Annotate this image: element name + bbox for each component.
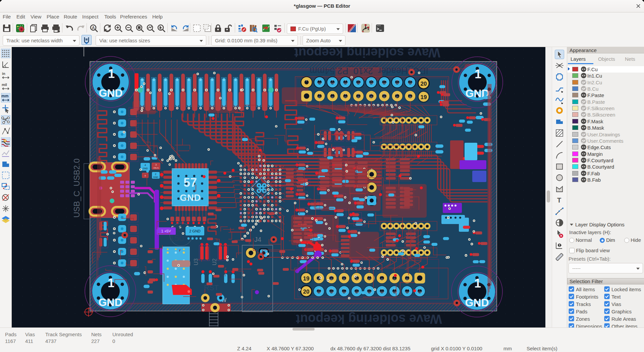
svg-text:U3: U3 bbox=[193, 258, 199, 265]
svg-text:GND: GND bbox=[369, 82, 374, 84]
svg-text:4: 4 bbox=[407, 288, 408, 291]
svg-text:13: 13 bbox=[370, 93, 373, 95]
svg-text:USB_C_USB2.0: USB_C_USB2.0 bbox=[72, 159, 81, 218]
svg-text:mil: mil bbox=[2, 83, 7, 87]
svg-text:4: 4 bbox=[145, 164, 146, 167]
svg-text:11: 11 bbox=[357, 93, 360, 95]
svg-text:1: 1 bbox=[108, 276, 114, 290]
svg-text:mm: mm bbox=[1, 94, 8, 98]
svg-text:15: 15 bbox=[383, 93, 386, 95]
svg-text:2: 2 bbox=[419, 288, 420, 291]
svg-text:GND: GND bbox=[342, 291, 346, 293]
svg-text:3: 3 bbox=[407, 275, 408, 277]
svg-text:15: 15 bbox=[330, 275, 333, 277]
svg-text:2: 2 bbox=[306, 79, 307, 82]
svg-text:Z5: Z5 bbox=[370, 96, 373, 98]
svg-text:GND: GND bbox=[408, 82, 413, 84]
svg-text:GND: GND bbox=[98, 296, 122, 308]
svg-text:U2: U2 bbox=[212, 258, 217, 265]
svg-text:14: 14 bbox=[383, 79, 386, 82]
svg-text:17: 17 bbox=[396, 93, 398, 95]
svg-text:GND: GND bbox=[382, 82, 387, 84]
svg-text:A: A bbox=[92, 26, 95, 30]
svg-text:Z0: Z0 bbox=[406, 278, 409, 280]
svg-text:8: 8 bbox=[345, 79, 346, 82]
svg-text:Z2: Z2 bbox=[331, 96, 334, 98]
svg-text:Wave soldering keepout: Wave soldering keepout bbox=[294, 47, 440, 60]
svg-text:Z7: Z7 bbox=[396, 96, 399, 98]
svg-text:GND: GND bbox=[330, 82, 335, 84]
svg-text:7: 7 bbox=[332, 93, 333, 95]
svg-text:2: 2 bbox=[155, 173, 157, 176]
svg-text:12: 12 bbox=[370, 79, 373, 82]
svg-text:19: 19 bbox=[421, 94, 427, 100]
svg-text:20: 20 bbox=[303, 289, 310, 295]
svg-text:J4: J4 bbox=[254, 236, 261, 243]
svg-text:18: 18 bbox=[409, 79, 412, 82]
svg-text:GND: GND bbox=[317, 82, 322, 84]
svg-text:Z8: Z8 bbox=[409, 96, 412, 98]
svg-text:16: 16 bbox=[330, 288, 333, 291]
svg-text:VBUS: VBUS bbox=[153, 167, 159, 169]
svg-text:Z1: Z1 bbox=[318, 96, 321, 98]
svg-text:20: 20 bbox=[421, 81, 427, 87]
svg-text:Z4: Z4 bbox=[356, 278, 358, 280]
svg-text:1: 1 bbox=[475, 67, 481, 81]
svg-text:GND: GND bbox=[380, 291, 384, 293]
svg-text:GND: GND bbox=[143, 167, 148, 170]
svg-text:GND: GND bbox=[355, 291, 359, 293]
svg-text:Z5: Z5 bbox=[343, 278, 345, 280]
svg-text:8: 8 bbox=[381, 288, 383, 291]
svg-text:Z6: Z6 bbox=[330, 278, 333, 280]
svg-text:19: 19 bbox=[409, 93, 412, 95]
svg-text:Z4: Z4 bbox=[357, 96, 360, 98]
svg-text:10: 10 bbox=[368, 288, 371, 291]
svg-text:GND: GND bbox=[395, 82, 400, 84]
svg-text:6: 6 bbox=[332, 79, 333, 82]
svg-text:Z6: Z6 bbox=[383, 96, 386, 98]
svg-text:GND: GND bbox=[356, 82, 361, 84]
svg-text:5: 5 bbox=[319, 93, 320, 95]
svg-text:GND: GND bbox=[329, 291, 334, 293]
svg-text:9: 9 bbox=[345, 93, 346, 95]
svg-text:18: 18 bbox=[318, 288, 320, 291]
svg-text:Wave soldering keepout: Wave soldering keepout bbox=[296, 312, 442, 326]
svg-text:3: 3 bbox=[155, 163, 157, 166]
svg-text:GND: GND bbox=[343, 82, 348, 84]
svg-text:1: 1 bbox=[474, 276, 481, 290]
svg-text:Z2: Z2 bbox=[381, 278, 383, 280]
svg-text:13: 13 bbox=[343, 275, 345, 277]
svg-text:GND: GND bbox=[418, 291, 422, 293]
svg-text:1: 1 bbox=[108, 67, 115, 81]
svg-text:10: 10 bbox=[357, 79, 360, 82]
svg-text:GND: GND bbox=[153, 176, 158, 178]
svg-text:in: in bbox=[2, 72, 5, 76]
svg-text:GND: GND bbox=[465, 297, 489, 309]
svg-text:3: 3 bbox=[371, 168, 372, 171]
svg-text:9: 9 bbox=[369, 275, 370, 277]
svg-text:57: 57 bbox=[183, 176, 197, 189]
svg-text:T: T bbox=[557, 196, 561, 204]
svg-text:16: 16 bbox=[396, 79, 398, 82]
svg-text:GND: GND bbox=[180, 192, 201, 203]
svg-text:Z3: Z3 bbox=[344, 96, 347, 98]
svg-text:6: 6 bbox=[394, 288, 395, 291]
svg-text:Z3: Z3 bbox=[368, 278, 371, 280]
svg-text:2 GND: 2 GND bbox=[189, 229, 201, 233]
svg-text:GND: GND bbox=[99, 87, 122, 99]
svg-text:Z1: Z1 bbox=[393, 278, 396, 280]
svg-text:GND: GND bbox=[405, 291, 410, 293]
svg-text:4: 4 bbox=[319, 79, 320, 82]
svg-text:12: 12 bbox=[356, 288, 358, 291]
svg-text:19: 19 bbox=[303, 275, 310, 282]
svg-text:GND: GND bbox=[317, 291, 321, 293]
svg-text:7: 7 bbox=[381, 275, 383, 277]
svg-text:14: 14 bbox=[343, 288, 345, 291]
svg-text:GND: GND bbox=[367, 291, 372, 293]
